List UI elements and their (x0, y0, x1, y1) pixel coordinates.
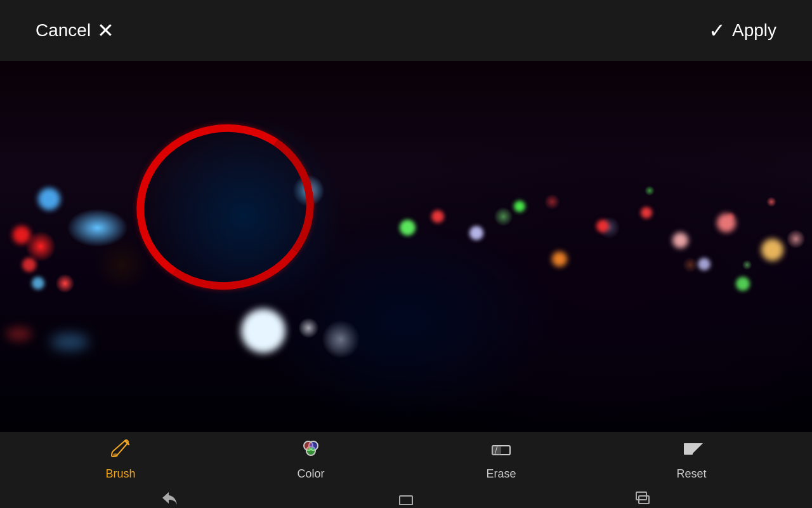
bokeh-dot (22, 258, 36, 272)
bokeh-dot (241, 309, 285, 353)
bokeh-dot (736, 277, 750, 291)
check-icon: ✓ (709, 18, 726, 43)
recents-button[interactable] (624, 488, 662, 508)
bokeh-dot (400, 220, 416, 236)
nav-buttons-row (0, 486, 812, 508)
bokeh-dot (717, 213, 736, 232)
back-button[interactable] (150, 488, 188, 508)
bokeh-dot (552, 251, 567, 267)
erase-icon (490, 437, 513, 464)
bokeh-dot (51, 334, 89, 350)
erase-label: Erase (486, 467, 516, 481)
bokeh-dot (698, 258, 710, 271)
recents-icon (634, 491, 652, 505)
color-tool-button[interactable]: Color (279, 432, 343, 486)
home-button[interactable] (387, 488, 425, 508)
svg-rect-14 (684, 443, 693, 455)
home-icon (397, 491, 415, 505)
cancel-button[interactable]: Cancel ✕ (25, 13, 124, 48)
erase-tool-button[interactable]: Erase (469, 432, 533, 486)
bottom-toolbar: Brush Color (0, 432, 812, 508)
top-toolbar: Cancel ✕ ✓ Apply (0, 0, 812, 61)
svg-rect-15 (400, 496, 412, 505)
svg-marker-13 (691, 443, 703, 455)
cancel-label: Cancel (36, 20, 91, 41)
led-background (0, 61, 812, 432)
color-label: Color (297, 467, 324, 481)
bokeh-dot (514, 201, 525, 212)
svg-point-4 (113, 453, 118, 457)
brush-icon (109, 438, 132, 464)
apply-button[interactable]: ✓ Apply (698, 13, 787, 48)
bokeh-dot (672, 232, 688, 248)
bokeh-dot (6, 328, 32, 340)
bokeh-dot (469, 226, 483, 240)
tool-buttons-row: Brush Color (0, 432, 812, 486)
bokeh-dot (641, 207, 652, 218)
reset-label: Reset (676, 467, 706, 481)
bokeh-dot (761, 239, 783, 261)
reset-tool-button[interactable]: Reset (660, 432, 723, 486)
toolbar-left: Cancel ✕ (25, 13, 124, 48)
bokeh-dot (13, 226, 30, 244)
bokeh-dot (431, 210, 444, 223)
reset-icon (680, 437, 703, 464)
bokeh-dot (38, 188, 60, 210)
brush-label: Brush (105, 467, 135, 481)
apply-label: Apply (732, 20, 776, 41)
bokeh-dot (32, 277, 44, 290)
image-area[interactable] (0, 61, 812, 432)
brush-tool-button[interactable]: Brush (89, 432, 152, 486)
close-icon: ✕ (97, 18, 114, 43)
svg-point-10 (307, 447, 315, 455)
color-icon (299, 437, 322, 464)
back-icon (160, 491, 178, 505)
bokeh-dot (596, 220, 609, 232)
toolbar-right: ✓ Apply (698, 13, 787, 48)
